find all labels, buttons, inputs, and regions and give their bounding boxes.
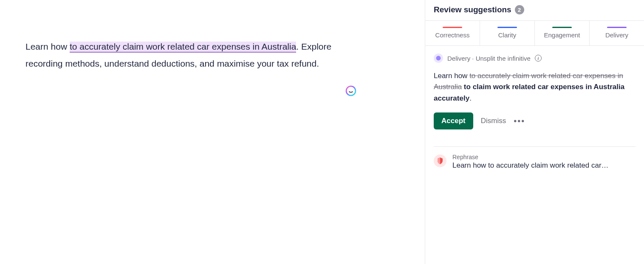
dismiss-button[interactable]: Dismiss [481,117,506,125]
suggestion-text: Learn how to accurately claim work relat… [434,70,636,104]
tab-label: Delivery [605,31,628,39]
delivery-dot-icon [434,53,443,63]
editor-pane: Learn how to accurately claim work relat… [0,0,425,264]
tab-label: Clarity [498,31,517,39]
suggestion-card: Delivery · Unsplit the infinitive i Lear… [425,46,644,138]
rephrase-label: Rephrase [452,154,636,160]
tab-label: Correctness [435,31,470,39]
delivery-bar-icon [607,27,627,28]
highlighted-phrase[interactable]: to accurately claim work related car exp… [70,42,296,53]
assistant-floating-icon[interactable] [345,85,357,97]
shield-icon [434,154,446,167]
text-prefix: Learn how [25,42,70,51]
tab-clarity[interactable]: Clarity [480,21,535,45]
review-sidebar: Review suggestions 2 Correctness Clarity… [425,0,644,264]
category-tabs: Correctness Clarity Engagement Delivery [425,20,644,46]
suggestion-header: Delivery · Unsplit the infinitive i [434,53,636,63]
suggestion-actions: Accept Dismiss ••• [434,112,636,129]
tab-correctness[interactable]: Correctness [425,21,480,45]
suggestion-insert: to claim work related car expenses in Au… [434,83,624,102]
sidebar-title: Review suggestions [434,5,511,14]
tab-label: Engagement [544,31,580,39]
suggestion-count-badge: 2 [515,5,524,14]
suggestion-suffix: . [469,94,472,102]
tab-engagement[interactable]: Engagement [535,21,590,45]
document-text[interactable]: Learn how to accurately claim work relat… [25,38,340,72]
rephrase-suggestion[interactable]: Rephrase Learn how to accurately claim w… [425,147,644,170]
more-options-icon[interactable]: ••• [514,117,525,125]
clarity-bar-icon [497,27,517,28]
correctness-bar-icon [443,27,462,28]
tab-delivery[interactable]: Delivery [590,21,644,45]
sidebar-header: Review suggestions 2 [425,5,644,20]
suggestion-category: Delivery · Unsplit the infinitive [447,55,531,62]
accept-button[interactable]: Accept [434,112,473,129]
rephrase-preview: Learn how to accurately claim work relat… [452,161,636,170]
suggestion-prefix: Learn how [434,72,469,80]
rephrase-content: Rephrase Learn how to accurately claim w… [452,154,636,170]
svg-point-0 [346,86,356,95]
info-icon[interactable]: i [535,55,542,62]
engagement-bar-icon [552,27,572,28]
